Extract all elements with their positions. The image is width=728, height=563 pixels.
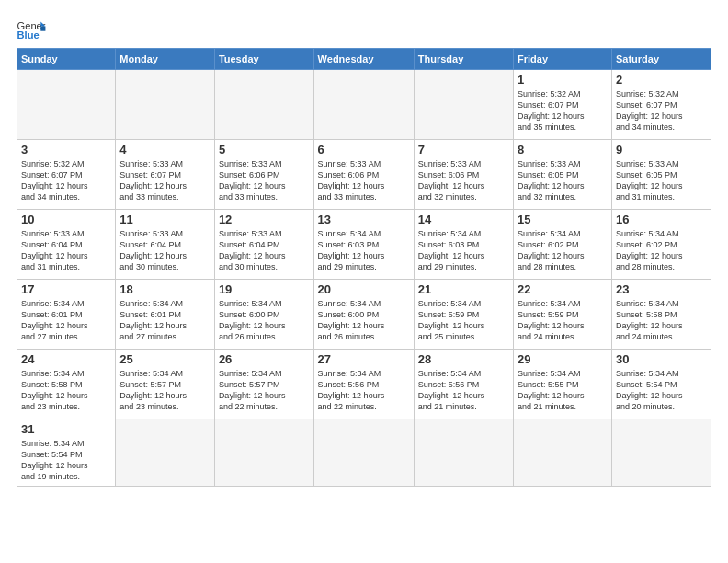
day-number: 19 — [219, 282, 310, 296]
day-number: 27 — [318, 352, 410, 366]
day-number: 11 — [119, 213, 210, 226]
header-friday: Friday — [514, 49, 612, 70]
day-number: 25 — [119, 352, 210, 366]
day-number: 10 — [21, 213, 111, 226]
day-info: Sunrise: 5:34 AM Sunset: 5:57 PM Dayligh… — [119, 368, 210, 413]
day-info: Sunrise: 5:33 AM Sunset: 6:06 PM Dayligh… — [219, 158, 310, 203]
calendar-cell — [514, 419, 612, 487]
weekday-header-row: Sunday Monday Tuesday Wednesday Thursday… — [17, 49, 711, 70]
day-info: Sunrise: 5:34 AM Sunset: 5:59 PM Dayligh… — [418, 298, 509, 343]
calendar-cell: 28Sunrise: 5:34 AM Sunset: 5:56 PM Dayli… — [414, 350, 513, 419]
day-number: 4 — [119, 143, 210, 156]
day-number: 20 — [318, 282, 410, 296]
calendar-cell: 21Sunrise: 5:34 AM Sunset: 5:59 PM Dayli… — [414, 280, 513, 350]
day-info: Sunrise: 5:34 AM Sunset: 6:02 PM Dayligh… — [518, 228, 608, 273]
calendar-cell: 16Sunrise: 5:34 AM Sunset: 6:02 PM Dayli… — [611, 210, 711, 280]
day-number: 18 — [119, 282, 210, 296]
day-info: Sunrise: 5:33 AM Sunset: 6:04 PM Dayligh… — [21, 228, 111, 273]
calendar-cell: 18Sunrise: 5:34 AM Sunset: 6:01 PM Dayli… — [116, 280, 215, 350]
calendar-cell — [17, 70, 116, 140]
day-info: Sunrise: 5:32 AM Sunset: 6:07 PM Dayligh… — [21, 158, 111, 203]
day-info: Sunrise: 5:34 AM Sunset: 6:00 PM Dayligh… — [219, 298, 310, 343]
day-number: 6 — [318, 143, 410, 156]
day-number: 2 — [616, 73, 707, 86]
calendar-cell: 10Sunrise: 5:33 AM Sunset: 6:04 PM Dayli… — [17, 210, 116, 280]
header-monday: Monday — [116, 49, 215, 70]
day-info: Sunrise: 5:34 AM Sunset: 6:00 PM Dayligh… — [318, 298, 410, 343]
calendar-cell — [414, 419, 513, 487]
day-info: Sunrise: 5:34 AM Sunset: 5:58 PM Dayligh… — [21, 368, 111, 413]
calendar-cell: 25Sunrise: 5:34 AM Sunset: 5:57 PM Dayli… — [116, 350, 215, 419]
calendar-cell: 15Sunrise: 5:34 AM Sunset: 6:02 PM Dayli… — [514, 210, 612, 280]
day-number: 1 — [518, 73, 608, 86]
calendar-cell: 29Sunrise: 5:34 AM Sunset: 5:55 PM Dayli… — [514, 350, 612, 419]
calendar-cell: 20Sunrise: 5:34 AM Sunset: 6:00 PM Dayli… — [313, 280, 414, 350]
day-info: Sunrise: 5:33 AM Sunset: 6:04 PM Dayligh… — [219, 228, 310, 273]
day-info: Sunrise: 5:34 AM Sunset: 6:03 PM Dayligh… — [318, 228, 410, 273]
calendar-cell — [611, 419, 711, 487]
calendar-cell: 27Sunrise: 5:34 AM Sunset: 5:56 PM Dayli… — [313, 350, 414, 419]
header-thursday: Thursday — [414, 49, 513, 70]
calendar-cell: 19Sunrise: 5:34 AM Sunset: 6:00 PM Dayli… — [214, 280, 313, 350]
calendar-cell: 1Sunrise: 5:32 AM Sunset: 6:07 PM Daylig… — [514, 70, 612, 140]
calendar-cell — [116, 70, 215, 140]
calendar-cell: 3Sunrise: 5:32 AM Sunset: 6:07 PM Daylig… — [17, 140, 116, 210]
day-info: Sunrise: 5:34 AM Sunset: 6:01 PM Dayligh… — [21, 298, 111, 343]
page-header: General Blue — [17, 15, 711, 40]
day-info: Sunrise: 5:32 AM Sunset: 6:07 PM Dayligh… — [616, 88, 707, 133]
day-info: Sunrise: 5:33 AM Sunset: 6:07 PM Dayligh… — [119, 158, 210, 203]
day-info: Sunrise: 5:33 AM Sunset: 6:04 PM Dayligh… — [119, 228, 210, 273]
day-info: Sunrise: 5:34 AM Sunset: 5:55 PM Dayligh… — [518, 368, 608, 413]
calendar-cell: 4Sunrise: 5:33 AM Sunset: 6:07 PM Daylig… — [116, 140, 215, 210]
day-info: Sunrise: 5:34 AM Sunset: 5:58 PM Dayligh… — [616, 298, 707, 343]
day-info: Sunrise: 5:33 AM Sunset: 6:05 PM Dayligh… — [616, 158, 707, 203]
calendar-cell: 5Sunrise: 5:33 AM Sunset: 6:06 PM Daylig… — [214, 140, 313, 210]
calendar-cell — [116, 419, 215, 487]
day-info: Sunrise: 5:34 AM Sunset: 5:54 PM Dayligh… — [21, 438, 111, 483]
calendar-cell — [313, 419, 414, 487]
day-number: 24 — [21, 352, 111, 366]
day-info: Sunrise: 5:34 AM Sunset: 6:01 PM Dayligh… — [119, 298, 210, 343]
day-number: 28 — [418, 352, 509, 366]
calendar-cell: 26Sunrise: 5:34 AM Sunset: 5:57 PM Dayli… — [214, 350, 313, 419]
calendar-cell — [313, 70, 414, 140]
day-info: Sunrise: 5:33 AM Sunset: 6:05 PM Dayligh… — [518, 158, 608, 203]
calendar-cell: 24Sunrise: 5:34 AM Sunset: 5:58 PM Dayli… — [17, 350, 116, 419]
svg-marker-3 — [40, 27, 45, 31]
header-sunday: Sunday — [17, 49, 116, 70]
day-number: 22 — [518, 282, 608, 296]
day-number: 13 — [318, 213, 410, 226]
day-number: 26 — [219, 352, 310, 366]
calendar-cell: 6Sunrise: 5:33 AM Sunset: 6:06 PM Daylig… — [313, 140, 414, 210]
day-info: Sunrise: 5:33 AM Sunset: 6:06 PM Dayligh… — [418, 158, 509, 203]
day-number: 21 — [418, 282, 509, 296]
day-info: Sunrise: 5:34 AM Sunset: 5:54 PM Dayligh… — [616, 368, 707, 413]
calendar-cell: 31Sunrise: 5:34 AM Sunset: 5:54 PM Dayli… — [17, 419, 116, 487]
day-number: 29 — [518, 352, 608, 366]
day-number: 31 — [21, 422, 111, 436]
calendar-cell: 7Sunrise: 5:33 AM Sunset: 6:06 PM Daylig… — [414, 140, 513, 210]
day-number: 16 — [616, 213, 707, 226]
day-number: 30 — [616, 352, 707, 366]
calendar-table: Sunday Monday Tuesday Wednesday Thursday… — [17, 48, 711, 487]
day-number: 3 — [21, 143, 111, 156]
calendar-cell: 8Sunrise: 5:33 AM Sunset: 6:05 PM Daylig… — [514, 140, 612, 210]
day-info: Sunrise: 5:34 AM Sunset: 6:02 PM Dayligh… — [616, 228, 707, 273]
calendar-cell: 13Sunrise: 5:34 AM Sunset: 6:03 PM Dayli… — [313, 210, 414, 280]
calendar-cell — [214, 419, 313, 487]
day-number: 23 — [616, 282, 707, 296]
day-info: Sunrise: 5:34 AM Sunset: 5:56 PM Dayligh… — [318, 368, 410, 413]
day-info: Sunrise: 5:33 AM Sunset: 6:06 PM Dayligh… — [318, 158, 410, 203]
day-info: Sunrise: 5:34 AM Sunset: 5:56 PM Dayligh… — [418, 368, 509, 413]
day-info: Sunrise: 5:34 AM Sunset: 6:03 PM Dayligh… — [418, 228, 509, 273]
calendar-cell: 9Sunrise: 5:33 AM Sunset: 6:05 PM Daylig… — [611, 140, 711, 210]
calendar-cell: 22Sunrise: 5:34 AM Sunset: 5:59 PM Dayli… — [514, 280, 612, 350]
calendar-cell — [214, 70, 313, 140]
calendar-cell: 30Sunrise: 5:34 AM Sunset: 5:54 PM Dayli… — [611, 350, 711, 419]
calendar-cell: 23Sunrise: 5:34 AM Sunset: 5:58 PM Dayli… — [611, 280, 711, 350]
calendar-cell: 11Sunrise: 5:33 AM Sunset: 6:04 PM Dayli… — [116, 210, 215, 280]
day-number: 12 — [219, 213, 310, 226]
day-number: 7 — [418, 143, 509, 156]
day-number: 17 — [21, 282, 111, 296]
generalblue-logo-icon: General Blue — [17, 18, 46, 40]
